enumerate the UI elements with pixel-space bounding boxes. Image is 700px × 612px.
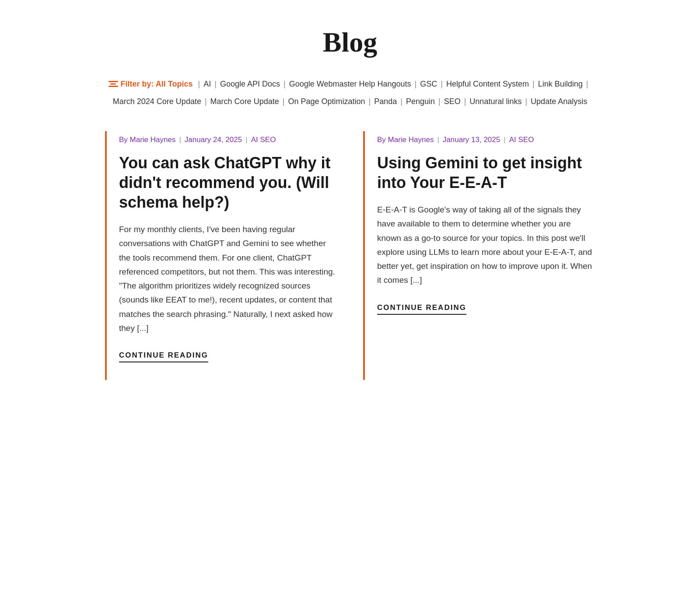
filter-icon	[108, 80, 118, 88]
post-card-0: By Marie Haynes | January 24, 2025 | AI …	[105, 131, 337, 380]
filter-separator-3: |	[415, 76, 417, 92]
filter-separator-1: |	[214, 76, 217, 92]
continue-reading-0[interactable]: CONTINUE READING	[119, 351, 208, 362]
filter-separator-7: |	[205, 94, 207, 109]
filter-separator-13: |	[525, 94, 527, 109]
filter-separator-10: |	[400, 94, 402, 109]
page-title: Blog	[105, 26, 595, 59]
post-title-1: Using Gemini to get insight into Your E-…	[377, 153, 595, 192]
post-title-0: You can ask ChatGPT why it didn't recomm…	[119, 153, 337, 212]
filter-separator-5: |	[532, 76, 535, 92]
meta-sep-1a: |	[437, 136, 439, 144]
continue-reading-1[interactable]: CONTINUE READING	[377, 303, 466, 315]
filter-separator-2: |	[284, 76, 286, 92]
filter-separator-4: |	[441, 76, 443, 92]
filter-topic-panda[interactable]: Panda	[374, 94, 397, 109]
meta-sep-0a: |	[179, 136, 181, 144]
filter-topic-penguin[interactable]: Penguin	[406, 94, 435, 109]
filter-bar: Filter by: All Topics | AI | Google API …	[105, 76, 595, 109]
filter-separator-9: |	[368, 94, 371, 109]
filter-separator-11: |	[438, 94, 441, 109]
post-date-0: January 24, 2025	[185, 136, 242, 144]
meta-sep-1b: |	[504, 136, 505, 144]
filter-separator-12: |	[464, 94, 466, 109]
filter-topic-google-webmaster[interactable]: Google Webmaster Help Hangouts	[289, 76, 411, 92]
filter-topic-seo[interactable]: SEO	[444, 94, 461, 109]
post-meta-0: By Marie Haynes | January 24, 2025 | AI …	[119, 136, 337, 144]
filter-label-text[interactable]: Filter by: All Topics	[121, 76, 193, 92]
meta-sep-0b: |	[245, 136, 247, 144]
post-category-1[interactable]: AI SEO	[509, 136, 534, 144]
filter-topic-gsc[interactable]: GSC	[420, 76, 437, 92]
filter-topic-google-api-docs[interactable]: Google API Docs	[220, 76, 280, 92]
post-author-1[interactable]: By Marie Haynes	[377, 136, 434, 144]
post-card-1: By Marie Haynes | January 13, 2025 | AI …	[363, 131, 595, 380]
filter-topic-on-page[interactable]: On Page Optimization	[288, 94, 365, 109]
post-meta-1: By Marie Haynes | January 13, 2025 | AI …	[377, 136, 595, 144]
filter-topic-march-2024[interactable]: March 2024 Core Update	[113, 94, 201, 109]
post-date-1: January 13, 2025	[443, 136, 500, 144]
filter-topic-link-building[interactable]: Link Building	[538, 76, 583, 92]
filter-topic-update-analysis[interactable]: Update Analysis	[531, 94, 587, 109]
filter-topic-march-core[interactable]: March Core Update	[210, 94, 279, 109]
post-author-0[interactable]: By Marie Haynes	[119, 136, 175, 144]
post-excerpt-0: For my monthly clients, I've been having…	[119, 223, 337, 335]
post-excerpt-1: E-E-A-T is Google's way of taking all of…	[377, 203, 595, 288]
filter-label[interactable]: Filter by: All Topics	[108, 76, 193, 92]
filter-topic-unnatural-links[interactable]: Unnatural links	[469, 94, 522, 109]
post-category-0[interactable]: AI SEO	[251, 136, 276, 144]
filter-separator-8: |	[283, 94, 285, 109]
filter-separator-0: |	[198, 76, 200, 92]
posts-grid: By Marie Haynes | January 24, 2025 | AI …	[105, 131, 595, 380]
filter-topic-ai[interactable]: AI	[203, 76, 211, 92]
filter-topic-helpful-content[interactable]: Helpful Content System	[446, 76, 529, 92]
filter-separator-6: |	[586, 76, 588, 92]
